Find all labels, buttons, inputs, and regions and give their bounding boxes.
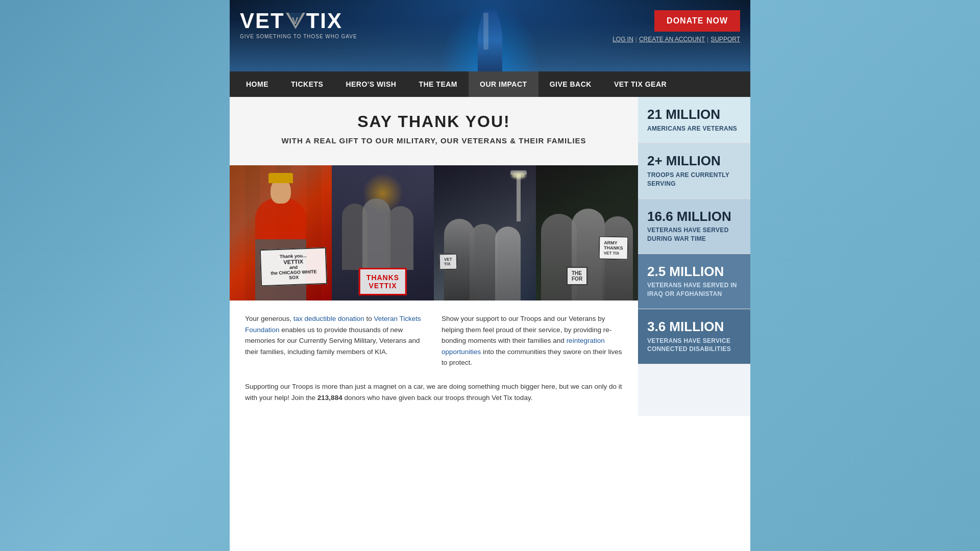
photo-sign-3: VETTIX xyxy=(439,254,457,270)
svg-text:V: V xyxy=(292,16,299,26)
logo-tagline: GIVE SOMETHING TO THOSE WHO GAVE xyxy=(240,34,357,39)
sidebar-stats: 21 MILLION AMERICANS ARE VETERANS 2+ MIL… xyxy=(638,97,750,364)
content-layout: SAY THANK YOU! WITH A REAL GIFT TO OUR M… xyxy=(230,97,750,416)
logo-v-icon: V xyxy=(286,13,305,29)
stat-desc-3: VETERANS HAVE SERVED DURING WAR TIME xyxy=(647,226,741,243)
hero-section: SAY THANK YOU! WITH A REAL GIFT TO OUR M… xyxy=(230,97,638,165)
stat-block-3: 16.6 MILLION VETERANS HAVE SERVED DURING… xyxy=(638,199,750,254)
nav-vet-tix-gear[interactable]: VET TIX GEAR xyxy=(603,71,678,97)
log-in-link[interactable]: LOG IN xyxy=(612,36,633,43)
stat-desc-4: VETERANS HAVE SERVED IN IRAQ OR AFGHANIS… xyxy=(647,281,741,298)
header-links: LOG IN | CREATE AN ACCOUNT | SUPPORT xyxy=(612,36,740,43)
create-account-link[interactable]: CREATE AN ACCOUNT xyxy=(639,36,705,43)
nav-the-team[interactable]: THE TEAM xyxy=(407,71,469,97)
bottle-shape xyxy=(470,10,510,71)
text-col-2: Show your support to our Troops and our … xyxy=(442,313,623,368)
logo[interactable]: VET V TIX xyxy=(240,10,342,32)
nav-bar: HOME TICKETS HERO'S WISH THE TEAM OUR IM… xyxy=(230,71,750,97)
logo-area: VET V TIX GIVE SOMETHING TO THOSE WHO GA… xyxy=(240,5,357,39)
separator-1: | xyxy=(635,36,637,43)
nav-heros-wish[interactable]: HERO'S WISH xyxy=(334,71,407,97)
support-link[interactable]: SUPPORT xyxy=(710,36,740,43)
stat-number-1: 21 MILLION xyxy=(647,107,741,122)
stat-desc-1: AMERICANS ARE VETERANS xyxy=(647,124,741,133)
stat-desc-5: VETERANS HAVE SERVICE CONNECTED DISABILI… xyxy=(647,337,741,354)
stat-number-5: 3.6 MILLION xyxy=(647,319,741,334)
photo-sign-4: ARMYTHANKSVET TIX xyxy=(598,236,628,260)
hero-title: SAY THANK YOU! xyxy=(250,112,618,131)
stat-block-5: 3.6 MILLION VETERANS HAVE SERVICE CONNEC… xyxy=(638,309,750,364)
nav-give-back[interactable]: GIVE BACK xyxy=(538,71,603,97)
photo-panel-4: ARMYTHANKSVET TIX THEFOR xyxy=(536,165,638,300)
donate-button[interactable]: DONATE NOW xyxy=(654,10,740,32)
header-hero-image xyxy=(413,0,567,71)
stat-block-1: 21 MILLION AMERICANS ARE VETERANS xyxy=(638,97,750,143)
text-bottom: Supporting our Troops is more than just … xyxy=(230,381,638,416)
page-wrapper: VET V TIX GIVE SOMETHING TO THOSE WHO GA… xyxy=(0,0,980,551)
stat-block-4: 2.5 MILLION VETERANS HAVE SERVED IN IRAQ… xyxy=(638,254,750,309)
logo-text-tix: TIX xyxy=(306,10,342,32)
text-section: Your generous, tax deductible donation t… xyxy=(230,300,638,381)
text-col-1: Your generous, tax deductible donation t… xyxy=(245,313,426,368)
photo-sign-1: Thank you... VETTIX and the CHICAGO WHIT… xyxy=(260,247,327,286)
photo-collage: Thank you... VETTIX and the CHICAGO WHIT… xyxy=(230,165,638,300)
photo-panel-3: VETTIX xyxy=(434,165,536,300)
stat-number-2: 2+ MILLION xyxy=(647,154,741,168)
stat-desc-2: TROOPS ARE CURRENTLY SERVING xyxy=(647,171,741,188)
hero-subtitle: WITH A REAL GIFT TO OUR MILITARY, OUR VE… xyxy=(250,136,618,145)
logo-text-vet: VET xyxy=(240,10,285,32)
nav-tickets[interactable]: TICKETS xyxy=(280,71,334,97)
separator-2: | xyxy=(707,36,708,43)
nav-our-impact[interactable]: OUR IMPACT xyxy=(469,71,538,97)
photo-panel-2: THANKSVETTIX xyxy=(332,165,434,300)
nav-home[interactable]: HOME xyxy=(235,71,280,97)
header-right: DONATE NOW LOG IN | CREATE AN ACCOUNT | … xyxy=(612,5,740,43)
photo-sign-5: THEFOR xyxy=(567,267,587,285)
main-content: SAY THANK YOU! WITH A REAL GIFT TO OUR M… xyxy=(230,97,638,416)
photo-panel-1: Thank you... VETTIX and the CHICAGO WHIT… xyxy=(230,165,332,300)
site-header: VET V TIX GIVE SOMETHING TO THOSE WHO GA… xyxy=(230,0,750,71)
photo-sign-2: THANKSVETTIX xyxy=(359,268,407,295)
stat-number-3: 16.6 MILLION xyxy=(647,209,741,224)
main-container: VET V TIX GIVE SOMETHING TO THOSE WHO GA… xyxy=(230,0,750,551)
stat-number-4: 2.5 MILLION xyxy=(647,264,741,279)
stat-block-2: 2+ MILLION TROOPS ARE CURRENTLY SERVING xyxy=(638,143,750,198)
